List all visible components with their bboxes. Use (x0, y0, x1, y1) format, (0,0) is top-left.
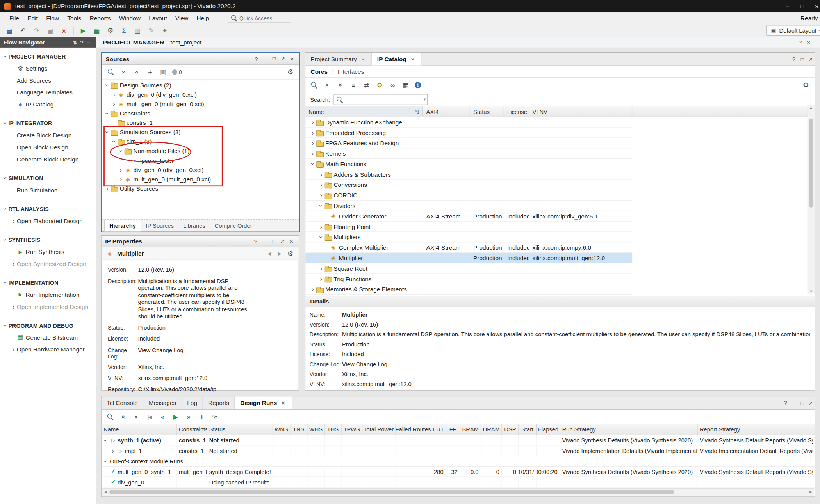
source-tree-item-mult-gen-0-mult-gen-0-xci[interactable]: mult_gen_0 (mult_gen_0.xci) (102, 174, 299, 184)
flow-section-project-manager[interactable]: PROJECT MANAGER (0, 51, 96, 62)
float-icon[interactable] (270, 237, 277, 245)
catalog-row-floating-point[interactable]: Floating Point (305, 222, 632, 232)
scroll-down-icon[interactable]: ▼ (808, 289, 814, 293)
previous-icon[interactable] (265, 249, 273, 257)
search-icon[interactable] (107, 67, 115, 76)
chevron-icon[interactable] (117, 148, 125, 154)
catalog-row-trig-functions[interactable]: Trig Functions (305, 274, 632, 284)
close-icon[interactable] (360, 56, 366, 62)
runs-column-name[interactable]: Name (102, 424, 177, 435)
column-header-vlnv[interactable]: VLNV (529, 106, 632, 116)
restore-icon[interactable] (362, 81, 371, 89)
flow-item-run-simulation[interactable]: Run Simulation (0, 184, 96, 196)
source-tree-item-constraints[interactable]: Constraints (102, 109, 299, 118)
flow-section-rtl-analysis[interactable]: RTL ANALYSIS (0, 203, 96, 215)
settings-gear-icon[interactable] (106, 27, 114, 35)
runs-column-whs[interactable]: WHS (307, 424, 324, 435)
quick-access-search[interactable] (228, 14, 291, 23)
catalog-search-box[interactable]: ▾ (333, 94, 428, 105)
menu-item-flow[interactable]: Flow (42, 15, 63, 21)
chevron-icon[interactable] (103, 129, 111, 135)
board-icon[interactable] (93, 27, 101, 35)
runs-column-wns[interactable]: WNS (273, 424, 290, 435)
float-icon[interactable] (270, 55, 278, 63)
sigma-icon[interactable] (120, 27, 128, 35)
flow-section-implementation[interactable]: IMPLEMENTATION (0, 277, 96, 288)
expand-all-icon[interactable] (132, 412, 141, 421)
settings-gear-icon[interactable] (802, 81, 810, 89)
detail-link[interactable]: Production (342, 341, 369, 348)
runs-column-run-strategy[interactable]: Run Strategy (560, 424, 697, 435)
run-row-mult-gen-0-synth-1[interactable]: mult_gen_0_synth_1mult_gen_0synth_design… (102, 467, 815, 477)
flow-item-run-synthesis[interactable]: Run Synthesis (0, 245, 96, 257)
flow-item-open-synthesized-design[interactable]: Open Synthesized Design (0, 257, 96, 270)
delete-icon[interactable] (60, 27, 68, 35)
search-icon[interactable] (106, 412, 114, 421)
runs-column-status[interactable]: Status (207, 424, 273, 435)
chevron-icon[interactable] (102, 437, 109, 443)
flow-item-create-block-design[interactable]: Create Block Design (0, 129, 96, 141)
float-icon[interactable] (798, 399, 806, 407)
runs-column-start[interactable]: Start (519, 424, 537, 435)
close-icon[interactable] (410, 56, 416, 62)
run-row-synth-1-active[interactable]: synth_1 (active)constrs_1Not startedViva… (102, 435, 815, 446)
runs-column-failed-routes[interactable]: Failed Routes (395, 424, 431, 435)
source-tree-item-sim-1-3[interactable]: sim_1 (3) (102, 137, 299, 146)
runs-column-ths[interactable]: THS (325, 424, 342, 435)
search-icon[interactable] (310, 81, 318, 89)
flow-section-program-and-debug[interactable]: PROGRAM AND DEBUG (0, 320, 96, 331)
flow-item-open-block-design[interactable]: Open Block Design (0, 141, 96, 153)
menu-item-reports[interactable]: Reports (86, 15, 115, 21)
runs-column-tpws[interactable]: TPWS (342, 424, 363, 435)
property-link[interactable]: Production (138, 324, 166, 331)
chevron-icon[interactable] (103, 82, 111, 88)
minimize-icon[interactable] (262, 55, 269, 63)
paste-icon[interactable] (159, 67, 167, 76)
tab-project-summary[interactable]: Project Summary (305, 53, 372, 65)
chevron-icon[interactable] (118, 176, 124, 183)
source-tree-item-design-sources-2[interactable]: Design Sources (2) (102, 80, 299, 90)
source-tree-item-div-gen-0-div-gen-0-xci[interactable]: div_gen_0 (div_gen_0.xci) (102, 165, 299, 174)
settings-gear-icon[interactable] (286, 67, 294, 76)
runs-column-lut[interactable]: LUT (431, 424, 446, 435)
scrollbar-thumb[interactable] (809, 119, 813, 208)
chevron-icon[interactable] (318, 264, 324, 272)
runs-column-tns[interactable]: TNS (290, 424, 307, 435)
menu-item-window[interactable]: Window (115, 15, 144, 21)
expand-all-icon[interactable] (133, 67, 141, 76)
collapse-all-icon[interactable] (120, 67, 128, 76)
flow-item-generate-block-design[interactable]: Generate Block Design (0, 153, 96, 165)
flow-item-run-implementation[interactable]: Run Implementation (0, 288, 96, 300)
menu-item-layout[interactable]: Layout (145, 15, 171, 21)
expand-all-icon[interactable] (336, 81, 344, 89)
close-icon[interactable] (288, 237, 295, 245)
catalog-search-input[interactable] (344, 96, 424, 103)
runs-column-ff[interactable]: FF (446, 424, 460, 435)
catalog-row-fpga-features-and-design[interactable]: FPGA Features and Design (305, 138, 632, 149)
runs-column-report-strategy[interactable]: Report Strategy (698, 424, 813, 435)
catalog-row-square-root[interactable]: Square Root (305, 263, 632, 274)
vertical-scrollbar[interactable]: ▲ ▼ (808, 105, 815, 293)
run-row-div-gen-0[interactable]: div_gen_0Using cached IP results (102, 477, 815, 488)
next-icon[interactable] (276, 249, 284, 257)
chevron-icon[interactable] (104, 185, 111, 192)
close-icon[interactable] (280, 400, 286, 406)
close-icon[interactable] (804, 38, 813, 46)
source-tree-item-constrs-1[interactable]: constrs_1 (102, 118, 299, 128)
chevron-icon[interactable] (310, 286, 316, 293)
close-icon[interactable] (288, 55, 296, 63)
help-icon[interactable] (78, 38, 85, 46)
minimize-icon[interactable] (780, 2, 795, 10)
source-tree-item-mult-gen-0-mult-gen-0-xci[interactable]: mult_gen_0 (mult_gen_0.xci) (102, 99, 299, 108)
chevron-icon[interactable] (309, 161, 317, 167)
subtab-cores[interactable]: Cores (311, 68, 328, 75)
edit-icon[interactable] (147, 27, 155, 35)
chevron-icon[interactable] (310, 139, 316, 147)
flow-item-language-templates[interactable]: Language Templates (0, 86, 96, 98)
menu-item-help[interactable]: Help (193, 15, 213, 21)
flow-section-ip-integrator[interactable]: IP INTEGRATOR (0, 117, 96, 129)
runs-column-bram[interactable]: BRAM (460, 424, 481, 435)
maximize-icon[interactable] (806, 399, 815, 407)
runs-column-elapsed[interactable]: Elapsed (537, 424, 560, 435)
help-icon[interactable] (252, 237, 260, 245)
